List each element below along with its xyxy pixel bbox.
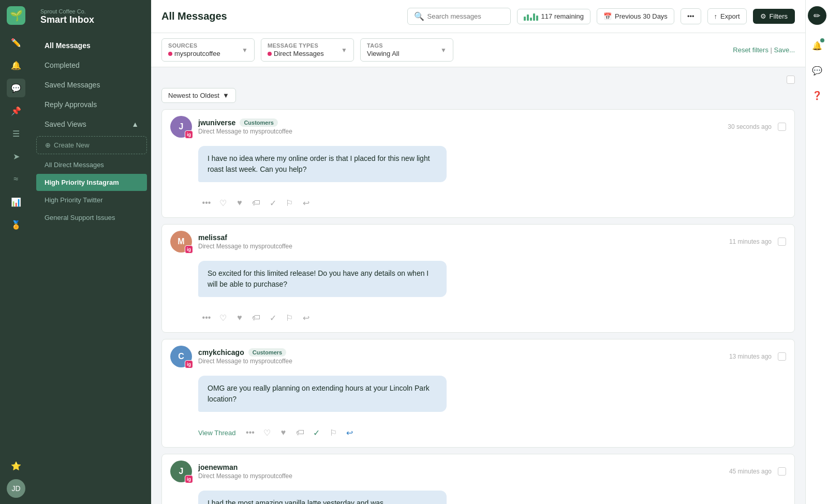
sources-value: mysproutcoffee [168,50,220,57]
message-meta: melissaf Direct Message to mysproutcoffe… [198,233,723,250]
export-icon: ↑ [714,12,718,20]
sidebar-item-reply-approvals[interactable]: Reply Approvals [36,95,147,114]
sort-dropdown[interactable]: Newest to Oldest ▼ [161,88,236,103]
more-options-button[interactable]: ••• [681,8,701,24]
complete-icon[interactable]: ✓ [264,195,281,211]
more-action-icon[interactable]: ••• [242,424,259,441]
nav-icon-chart[interactable]: 📊 [7,192,25,211]
instagram-dot [168,52,172,56]
view-thread-link[interactable]: View Thread [198,429,236,437]
message-meta: jwuniverse Customers Direct Message to m… [198,118,721,135]
more-action-icon[interactable]: ••• [198,195,215,211]
remaining-count: 117 remaining [541,12,584,20]
right-chat-icon[interactable]: 💬 [809,62,825,79]
create-new-label: Create New [54,141,90,149]
message-actions: ••• ♡ ♥ 🏷 ✓ ⚐ ↩ [162,305,794,332]
messages-area: Newest to Oldest ▼ J ig jwuniverse Custo… [151,67,805,504]
tag-icon[interactable]: 🏷 [292,424,308,441]
export-button[interactable]: ↑ Export [707,8,747,24]
nav-icon-send[interactable]: ➤ [7,147,25,166]
message-time: 30 seconds ago [728,123,772,130]
message-types-dropdown[interactable]: Message Types Direct Messages ▼ [261,38,354,62]
sidebar-item-hi-instagram[interactable]: High Priority Instagram [36,174,147,191]
nav-icon-star[interactable]: ⭐ [7,456,25,475]
nav-icon-badge[interactable]: 🏅 [7,215,25,234]
heart-fill-icon[interactable]: ♥ [275,424,292,441]
select-all-checkbox[interactable] [787,76,795,84]
heart-outline-icon[interactable]: ♡ [215,309,231,326]
more-action-icon[interactable]: ••• [198,309,215,326]
select-all-area [161,76,795,88]
tags-title: Tags [367,42,400,49]
tags-value: Viewing All [367,50,400,57]
nav-icon-notifications[interactable]: 🔔 [7,56,25,75]
search-bar[interactable]: 🔍 [407,8,511,25]
heart-outline-icon[interactable]: ♡ [215,195,231,211]
nav-avatar[interactable]: JD [7,479,25,498]
message-card: J ig joenewman Direct Message to mysprou… [161,454,795,504]
nav-icon-compose[interactable]: ✏️ [7,33,25,52]
nav-icon-pin[interactable]: 📌 [7,101,25,120]
message-bubble: So excited for this limited release! Do … [198,261,447,297]
pin-icon[interactable]: ⚐ [281,195,298,211]
complete-active-icon[interactable]: ✓ [308,424,325,441]
sidebar-item-hi-twitter[interactable]: High Priority Twitter [36,191,147,209]
message-bubble-area: I had the most amazing vanilla latte yes… [162,488,794,504]
sidebar-item-saved-messages[interactable]: Saved Messages [36,76,147,94]
tag-icon[interactable]: 🏷 [248,195,264,211]
message-header: C ig cmykchicago Customers Direct Messag… [162,339,794,374]
message-checkbox[interactable] [778,352,786,361]
tag-icon[interactable]: 🏷 [248,309,264,326]
sources-label-group: Sources mysproutcoffee [168,42,220,57]
ellipsis-icon: ••• [687,12,694,20]
heart-fill-icon[interactable]: ♥ [231,195,248,211]
message-sub: Direct Message to mysproutcoffee [198,128,721,135]
sidebar-saved-views-label: Saved Views [45,120,86,128]
message-checkbox[interactable] [778,467,786,476]
saved-views-sub: ⊕ Create New All Direct Messages High Pr… [32,134,151,227]
date-range-button[interactable]: 📅 Previous 30 Days [597,8,674,24]
sources-title: Sources [168,42,220,49]
pin-icon[interactable]: ⚐ [325,424,342,441]
nav-icon-list[interactable]: ☰ [7,124,25,143]
message-checkbox[interactable] [778,238,786,246]
instagram-icon: ig [185,360,193,368]
create-new-button[interactable]: ⊕ Create New [36,136,147,154]
filters-button[interactable]: ⚙ Filters [753,9,795,24]
tags-chevron-icon: ▼ [440,47,447,54]
reply-icon[interactable]: ↩ [298,195,314,211]
tags-dropdown[interactable]: Tags Viewing All ▼ [360,38,453,62]
export-label: Export [720,12,740,20]
heart-fill-icon[interactable]: ♥ [231,309,248,326]
sidebar-item-all-direct[interactable]: All Direct Messages [36,156,147,173]
sidebar-item-general-support[interactable]: General Support Issues [36,209,147,226]
search-input[interactable] [427,12,500,20]
message-actions: View Thread ••• ♡ ♥ 🏷 ✓ ⚐ ↩ [162,420,794,447]
heart-outline-icon[interactable]: ♡ [259,424,275,441]
sidebar-item-all-messages[interactable]: All Messages [36,36,147,55]
message-username: cmykchicago Customers [198,348,723,357]
right-bell-icon[interactable]: 🔔 [809,37,825,54]
instagram-icon: ig [185,130,193,139]
sidebar-item-completed[interactable]: Completed [36,56,147,75]
pin-icon[interactable]: ⚐ [281,309,298,326]
sidebar-saved-views-header[interactable]: Saved Views ▲ [36,115,147,134]
message-bubble: I had the most amazing vanilla latte yes… [198,491,447,504]
message-time: 45 minutes ago [729,468,772,475]
reply-icon[interactable]: ↩ [298,309,314,326]
reply-active-icon[interactable]: ↩ [342,424,358,441]
right-edit-icon[interactable]: ✏ [808,6,826,25]
reset-filters-link[interactable]: Reset filters [733,46,768,54]
sidebar-company: Sprout Coffee Co. [40,8,143,14]
save-filters-link[interactable]: Save... [774,46,795,54]
remaining-button[interactable]: 117 remaining [517,9,590,24]
nav-icon-inbox[interactable]: 💬 [7,79,25,97]
message-checkbox[interactable] [778,123,786,131]
right-help-icon[interactable]: ❓ [809,87,825,103]
sidebar-product: Smart Inbox [40,14,143,25]
date-range-label: Previous 30 Days [615,12,668,20]
nav-icon-wave[interactable]: ≈ [7,170,25,188]
complete-icon[interactable]: ✓ [264,309,281,326]
filters-label: Filters [770,12,788,20]
sources-dropdown[interactable]: Sources mysproutcoffee ▼ [161,38,255,62]
